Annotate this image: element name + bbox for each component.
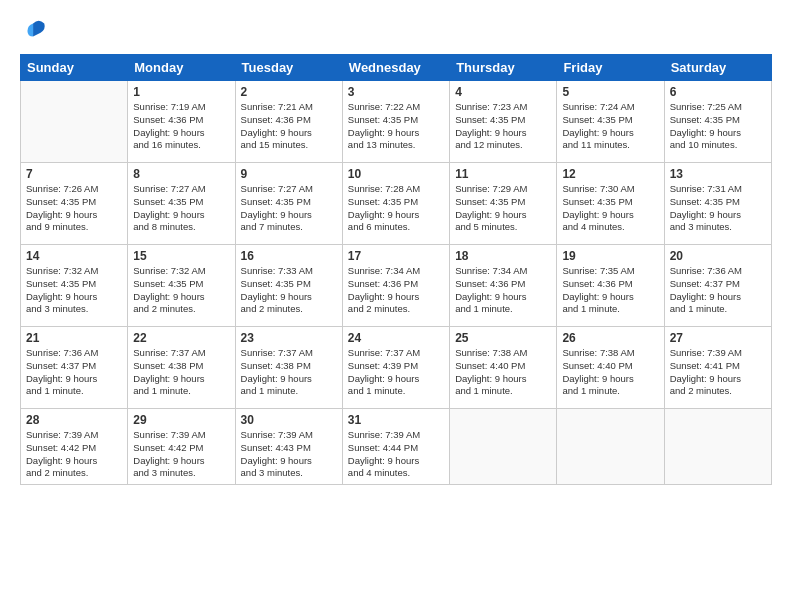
calendar-cell: 2Sunrise: 7:21 AMSunset: 4:36 PMDaylight… bbox=[235, 81, 342, 163]
calendar-cell bbox=[450, 409, 557, 485]
calendar-cell: 13Sunrise: 7:31 AMSunset: 4:35 PMDayligh… bbox=[664, 163, 771, 245]
day-info: Sunrise: 7:39 AMSunset: 4:43 PMDaylight:… bbox=[241, 429, 337, 480]
day-number: 2 bbox=[241, 85, 337, 99]
day-info: Sunrise: 7:28 AMSunset: 4:35 PMDaylight:… bbox=[348, 183, 444, 234]
logo bbox=[20, 16, 52, 44]
calendar-cell bbox=[664, 409, 771, 485]
day-info: Sunrise: 7:36 AMSunset: 4:37 PMDaylight:… bbox=[670, 265, 766, 316]
page: SundayMondayTuesdayWednesdayThursdayFrid… bbox=[0, 0, 792, 612]
day-info: Sunrise: 7:33 AMSunset: 4:35 PMDaylight:… bbox=[241, 265, 337, 316]
calendar-cell: 31Sunrise: 7:39 AMSunset: 4:44 PMDayligh… bbox=[342, 409, 449, 485]
calendar-cell: 28Sunrise: 7:39 AMSunset: 4:42 PMDayligh… bbox=[21, 409, 128, 485]
day-number: 12 bbox=[562, 167, 658, 181]
calendar-cell bbox=[557, 409, 664, 485]
calendar-cell: 30Sunrise: 7:39 AMSunset: 4:43 PMDayligh… bbox=[235, 409, 342, 485]
day-number: 10 bbox=[348, 167, 444, 181]
day-number: 5 bbox=[562, 85, 658, 99]
day-number: 14 bbox=[26, 249, 122, 263]
day-number: 24 bbox=[348, 331, 444, 345]
day-number: 7 bbox=[26, 167, 122, 181]
day-number: 22 bbox=[133, 331, 229, 345]
calendar-cell: 17Sunrise: 7:34 AMSunset: 4:36 PMDayligh… bbox=[342, 245, 449, 327]
day-number: 4 bbox=[455, 85, 551, 99]
calendar-week-3: 14Sunrise: 7:32 AMSunset: 4:35 PMDayligh… bbox=[21, 245, 772, 327]
day-number: 25 bbox=[455, 331, 551, 345]
calendar-cell: 27Sunrise: 7:39 AMSunset: 4:41 PMDayligh… bbox=[664, 327, 771, 409]
calendar-cell: 16Sunrise: 7:33 AMSunset: 4:35 PMDayligh… bbox=[235, 245, 342, 327]
day-number: 20 bbox=[670, 249, 766, 263]
calendar-cell: 20Sunrise: 7:36 AMSunset: 4:37 PMDayligh… bbox=[664, 245, 771, 327]
day-info: Sunrise: 7:35 AMSunset: 4:36 PMDaylight:… bbox=[562, 265, 658, 316]
day-number: 23 bbox=[241, 331, 337, 345]
day-number: 26 bbox=[562, 331, 658, 345]
calendar-cell: 9Sunrise: 7:27 AMSunset: 4:35 PMDaylight… bbox=[235, 163, 342, 245]
day-info: Sunrise: 7:19 AMSunset: 4:36 PMDaylight:… bbox=[133, 101, 229, 152]
day-info: Sunrise: 7:38 AMSunset: 4:40 PMDaylight:… bbox=[562, 347, 658, 398]
day-number: 19 bbox=[562, 249, 658, 263]
day-number: 11 bbox=[455, 167, 551, 181]
calendar-week-2: 7Sunrise: 7:26 AMSunset: 4:35 PMDaylight… bbox=[21, 163, 772, 245]
logo-icon bbox=[20, 16, 48, 44]
day-number: 13 bbox=[670, 167, 766, 181]
weekday-header-sunday: Sunday bbox=[21, 55, 128, 81]
day-info: Sunrise: 7:37 AMSunset: 4:38 PMDaylight:… bbox=[241, 347, 337, 398]
day-info: Sunrise: 7:37 AMSunset: 4:38 PMDaylight:… bbox=[133, 347, 229, 398]
calendar-cell: 26Sunrise: 7:38 AMSunset: 4:40 PMDayligh… bbox=[557, 327, 664, 409]
calendar-cell: 18Sunrise: 7:34 AMSunset: 4:36 PMDayligh… bbox=[450, 245, 557, 327]
day-info: Sunrise: 7:29 AMSunset: 4:35 PMDaylight:… bbox=[455, 183, 551, 234]
day-number: 28 bbox=[26, 413, 122, 427]
calendar-cell: 1Sunrise: 7:19 AMSunset: 4:36 PMDaylight… bbox=[128, 81, 235, 163]
day-info: Sunrise: 7:39 AMSunset: 4:41 PMDaylight:… bbox=[670, 347, 766, 398]
header bbox=[20, 16, 772, 44]
calendar-week-4: 21Sunrise: 7:36 AMSunset: 4:37 PMDayligh… bbox=[21, 327, 772, 409]
calendar-table: SundayMondayTuesdayWednesdayThursdayFrid… bbox=[20, 54, 772, 485]
day-info: Sunrise: 7:34 AMSunset: 4:36 PMDaylight:… bbox=[348, 265, 444, 316]
day-info: Sunrise: 7:25 AMSunset: 4:35 PMDaylight:… bbox=[670, 101, 766, 152]
day-number: 29 bbox=[133, 413, 229, 427]
day-info: Sunrise: 7:37 AMSunset: 4:39 PMDaylight:… bbox=[348, 347, 444, 398]
day-number: 16 bbox=[241, 249, 337, 263]
day-number: 30 bbox=[241, 413, 337, 427]
day-number: 3 bbox=[348, 85, 444, 99]
calendar-cell: 8Sunrise: 7:27 AMSunset: 4:35 PMDaylight… bbox=[128, 163, 235, 245]
calendar-cell: 14Sunrise: 7:32 AMSunset: 4:35 PMDayligh… bbox=[21, 245, 128, 327]
calendar-cell bbox=[21, 81, 128, 163]
calendar-cell: 25Sunrise: 7:38 AMSunset: 4:40 PMDayligh… bbox=[450, 327, 557, 409]
day-number: 31 bbox=[348, 413, 444, 427]
day-info: Sunrise: 7:24 AMSunset: 4:35 PMDaylight:… bbox=[562, 101, 658, 152]
day-number: 27 bbox=[670, 331, 766, 345]
calendar-cell: 7Sunrise: 7:26 AMSunset: 4:35 PMDaylight… bbox=[21, 163, 128, 245]
day-info: Sunrise: 7:23 AMSunset: 4:35 PMDaylight:… bbox=[455, 101, 551, 152]
day-info: Sunrise: 7:38 AMSunset: 4:40 PMDaylight:… bbox=[455, 347, 551, 398]
calendar-cell: 12Sunrise: 7:30 AMSunset: 4:35 PMDayligh… bbox=[557, 163, 664, 245]
calendar-cell: 19Sunrise: 7:35 AMSunset: 4:36 PMDayligh… bbox=[557, 245, 664, 327]
calendar-cell: 3Sunrise: 7:22 AMSunset: 4:35 PMDaylight… bbox=[342, 81, 449, 163]
calendar-cell: 21Sunrise: 7:36 AMSunset: 4:37 PMDayligh… bbox=[21, 327, 128, 409]
calendar-cell: 15Sunrise: 7:32 AMSunset: 4:35 PMDayligh… bbox=[128, 245, 235, 327]
calendar-cell: 29Sunrise: 7:39 AMSunset: 4:42 PMDayligh… bbox=[128, 409, 235, 485]
calendar-cell: 24Sunrise: 7:37 AMSunset: 4:39 PMDayligh… bbox=[342, 327, 449, 409]
calendar-cell: 4Sunrise: 7:23 AMSunset: 4:35 PMDaylight… bbox=[450, 81, 557, 163]
day-info: Sunrise: 7:21 AMSunset: 4:36 PMDaylight:… bbox=[241, 101, 337, 152]
calendar-week-1: 1Sunrise: 7:19 AMSunset: 4:36 PMDaylight… bbox=[21, 81, 772, 163]
day-info: Sunrise: 7:32 AMSunset: 4:35 PMDaylight:… bbox=[133, 265, 229, 316]
day-number: 15 bbox=[133, 249, 229, 263]
weekday-header-friday: Friday bbox=[557, 55, 664, 81]
calendar-header-row: SundayMondayTuesdayWednesdayThursdayFrid… bbox=[21, 55, 772, 81]
day-number: 6 bbox=[670, 85, 766, 99]
day-info: Sunrise: 7:39 AMSunset: 4:44 PMDaylight:… bbox=[348, 429, 444, 480]
weekday-header-tuesday: Tuesday bbox=[235, 55, 342, 81]
day-info: Sunrise: 7:31 AMSunset: 4:35 PMDaylight:… bbox=[670, 183, 766, 234]
day-info: Sunrise: 7:34 AMSunset: 4:36 PMDaylight:… bbox=[455, 265, 551, 316]
calendar-cell: 6Sunrise: 7:25 AMSunset: 4:35 PMDaylight… bbox=[664, 81, 771, 163]
day-info: Sunrise: 7:32 AMSunset: 4:35 PMDaylight:… bbox=[26, 265, 122, 316]
calendar-week-5: 28Sunrise: 7:39 AMSunset: 4:42 PMDayligh… bbox=[21, 409, 772, 485]
weekday-header-monday: Monday bbox=[128, 55, 235, 81]
calendar-cell: 5Sunrise: 7:24 AMSunset: 4:35 PMDaylight… bbox=[557, 81, 664, 163]
calendar-cell: 11Sunrise: 7:29 AMSunset: 4:35 PMDayligh… bbox=[450, 163, 557, 245]
day-number: 1 bbox=[133, 85, 229, 99]
day-info: Sunrise: 7:30 AMSunset: 4:35 PMDaylight:… bbox=[562, 183, 658, 234]
weekday-header-saturday: Saturday bbox=[664, 55, 771, 81]
calendar-cell: 22Sunrise: 7:37 AMSunset: 4:38 PMDayligh… bbox=[128, 327, 235, 409]
weekday-header-thursday: Thursday bbox=[450, 55, 557, 81]
